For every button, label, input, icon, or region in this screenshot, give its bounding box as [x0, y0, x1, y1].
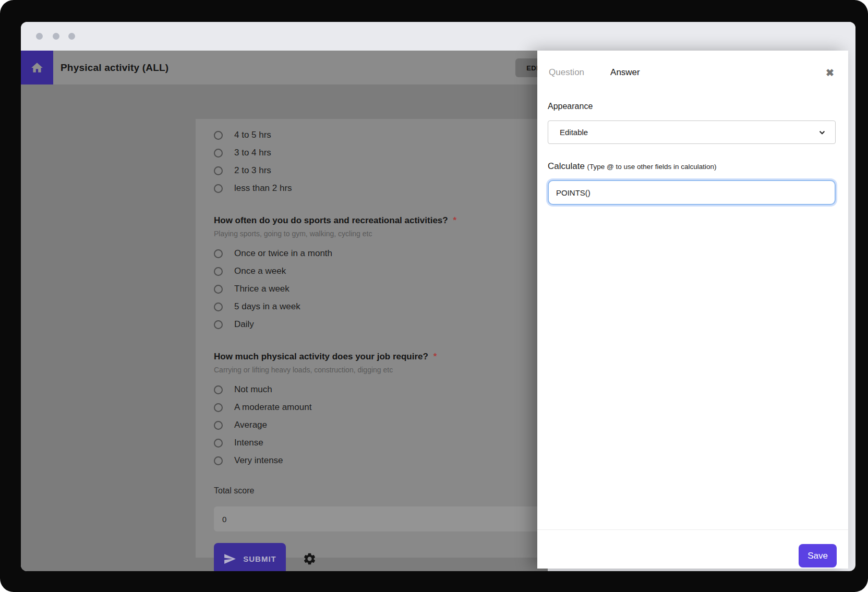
radio-icon[interactable] [214, 131, 223, 140]
panel-footer: Save [537, 529, 848, 569]
radio-option-row[interactable]: Daily [214, 316, 579, 333]
total-score-label: Total score [214, 486, 579, 496]
radio-icon[interactable] [214, 285, 223, 294]
window-control-dot[interactable] [68, 33, 75, 40]
answer-settings-panel: Question Answer ✖ Appearance Editable Ca… [537, 51, 848, 569]
panel-tabs: Question Answer ✖ [537, 51, 848, 94]
appearance-select[interactable]: Editable [548, 120, 836, 144]
radio-option-group: 4 to 5 hrs3 to 4 hrs2 to 3 hrsless than … [214, 126, 579, 197]
app-header: Physical activity (ALL) EDIT [21, 51, 548, 84]
radio-option-row[interactable]: Thrice a week [214, 280, 579, 298]
radio-icon[interactable] [214, 456, 223, 465]
radio-option-label: Not much [234, 384, 272, 395]
radio-option-group: Not muchA moderate amountAverageIntenseV… [214, 381, 579, 469]
radio-option-label: 5 days in a week [234, 301, 300, 312]
radio-icon[interactable] [214, 303, 223, 311]
home-icon [30, 61, 44, 75]
tab-answer[interactable]: Answer [610, 67, 640, 78]
radio-option-label: Once a week [234, 266, 286, 276]
question-subtitle: Playing sports, going to gym, walking, c… [214, 229, 579, 238]
radio-option-label: 3 to 4 hrs [234, 148, 271, 158]
radio-option-row[interactable]: Intense [214, 434, 579, 452]
radio-icon[interactable] [214, 421, 223, 430]
home-button[interactable] [21, 51, 53, 84]
radio-option-label: 2 to 3 hrs [234, 165, 271, 176]
page-title: Physical activity (ALL) [61, 62, 168, 74]
gear-icon [303, 560, 317, 567]
radio-icon[interactable] [214, 267, 223, 276]
browser-window: Physical activity (ALL) EDIT 4 to 5 hrs3… [21, 22, 855, 571]
radio-option-row[interactable]: Once a week [214, 262, 579, 280]
calculate-label: Calculate (Type @ to use other fields in… [548, 161, 836, 172]
radio-option-label: Thrice a week [234, 284, 290, 294]
radio-option-label: Daily [234, 319, 254, 330]
radio-option-row[interactable]: 4 to 5 hrs [214, 126, 579, 144]
panel-body: Appearance Editable Calculate (Type @ to… [537, 102, 848, 205]
radio-option-row[interactable]: 2 to 3 hrs [214, 162, 579, 179]
radio-option-label: A moderate amount [234, 402, 311, 413]
radio-icon[interactable] [214, 166, 223, 175]
chevron-down-icon [818, 129, 826, 136]
window-control-dot[interactable] [53, 33, 59, 40]
radio-option-label: 4 to 5 hrs [234, 130, 271, 140]
radio-option-row[interactable]: Very intense [214, 452, 579, 469]
calculate-hint: (Type @ to use other fields in calculati… [587, 163, 717, 171]
question-title: How often do you do sports and recreatio… [214, 215, 579, 226]
calculate-input[interactable] [548, 180, 836, 205]
radio-option-row[interactable]: Not much [214, 381, 579, 398]
required-asterisk: * [431, 352, 437, 361]
radio-option-row[interactable]: Average [214, 416, 579, 434]
total-score-input[interactable] [214, 506, 576, 531]
radio-option-row[interactable]: less than 2 hrs [214, 179, 579, 197]
radio-option-label: Intense [234, 438, 263, 448]
radio-icon[interactable] [214, 320, 223, 329]
save-button[interactable]: Save [799, 544, 837, 567]
appearance-label: Appearance [548, 102, 836, 111]
submit-button-label: SUBMIT [243, 554, 276, 563]
tab-question[interactable]: Question [549, 67, 584, 78]
send-icon [223, 552, 236, 565]
question-title: How much physical activity does your job… [214, 351, 579, 363]
radio-icon[interactable] [214, 184, 223, 193]
submit-row: SUBMIT [214, 543, 579, 571]
radio-icon[interactable] [214, 403, 223, 412]
radio-icon[interactable] [214, 249, 223, 258]
radio-option-row[interactable]: A moderate amount [214, 398, 579, 416]
screenshot-stage: Physical activity (ALL) EDIT 4 to 5 hrs3… [0, 0, 868, 592]
radio-option-label: Very intense [234, 455, 283, 466]
settings-button[interactable] [303, 552, 317, 566]
radio-icon[interactable] [214, 439, 223, 448]
radio-option-label: less than 2 hrs [234, 183, 292, 194]
window-control-dot[interactable] [36, 33, 43, 40]
required-asterisk: * [451, 215, 456, 225]
radio-icon[interactable] [214, 149, 223, 158]
radio-option-row[interactable]: Once or twice in a month [214, 245, 579, 262]
radio-option-group: Once or twice in a monthOnce a weekThric… [214, 245, 579, 333]
submit-button[interactable]: SUBMIT [214, 543, 286, 571]
close-icon[interactable]: ✖ [825, 67, 835, 79]
appearance-selected-value: Editable [560, 128, 818, 137]
radio-icon[interactable] [214, 385, 223, 394]
window-chrome [21, 22, 855, 51]
question-subtitle: Carrying or lifting heavy loads, constru… [214, 365, 579, 374]
radio-option-row[interactable]: 5 days in a week [214, 298, 579, 316]
radio-option-row[interactable]: 3 to 4 hrs [214, 144, 579, 162]
radio-option-label: Once or twice in a month [234, 248, 332, 259]
dimmed-form-page: Physical activity (ALL) EDIT 4 to 5 hrs3… [21, 51, 548, 571]
radio-option-label: Average [234, 420, 267, 430]
